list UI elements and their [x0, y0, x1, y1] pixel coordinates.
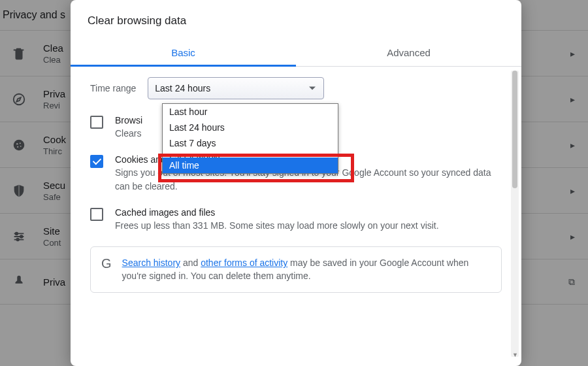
time-range-label: Time range	[90, 83, 136, 93]
clear-browsing-data-dialog: Clear browsing data Basic Advanced ▲ ▼ T…	[71, 0, 521, 366]
option-sub: Frees up less than 331 MB. Some sites ma…	[115, 219, 439, 232]
info-text: Search history and other forms of activi…	[122, 256, 491, 283]
scrollbar-thumb[interactable]	[512, 71, 517, 188]
google-g-icon: G	[101, 256, 112, 271]
option-title: Cached images and files	[115, 207, 439, 218]
option-cache: Cached images and files Frees up less th…	[90, 207, 502, 232]
option-sub: Clears	[115, 127, 142, 140]
dropdown-option-selected[interactable]: All time	[163, 158, 338, 173]
tab-advanced[interactable]: Advanced	[296, 39, 521, 66]
link-other-activity[interactable]: other forms of activity	[201, 258, 287, 268]
tab-basic[interactable]: Basic	[71, 39, 296, 66]
info-banner: G Search history and other forms of acti…	[90, 246, 502, 293]
scrollbar-track[interactable]: ▲ ▼	[511, 71, 519, 357]
dialog-title: Clear browsing data	[71, 0, 521, 39]
scroll-down-icon[interactable]: ▼	[512, 352, 517, 358]
time-range-value: Last 24 hours	[155, 83, 210, 93]
option-title: Browsi	[115, 115, 142, 125]
time-range-dropdown: Last hour Last 24 hours Last 7 days Last…	[162, 103, 338, 174]
dialog-tabs: Basic Advanced	[71, 39, 521, 67]
link-search-history[interactable]: Search history	[122, 258, 180, 268]
checkbox-cookies[interactable]	[90, 155, 103, 168]
chevron-down-icon	[309, 87, 316, 90]
checkbox-browsing-history[interactable]	[90, 116, 103, 129]
dropdown-option[interactable]: Last hour	[163, 104, 338, 120]
time-range-select[interactable]: Last 24 hours	[148, 77, 324, 99]
time-range-row: Time range Last 24 hours	[90, 77, 502, 99]
dropdown-option[interactable]: Last 4 weeks	[163, 151, 338, 158]
dropdown-option[interactable]: Last 7 days	[163, 135, 338, 151]
checkbox-cache[interactable]	[90, 208, 103, 221]
dropdown-option[interactable]: Last 24 hours	[163, 120, 338, 135]
